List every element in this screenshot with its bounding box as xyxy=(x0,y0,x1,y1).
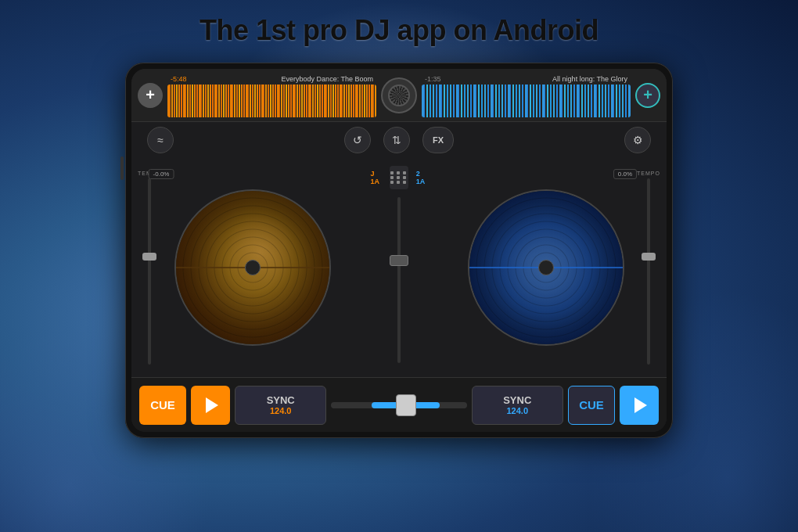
controls-row: ≈ ↺ ⇅ FX ⚙ xyxy=(131,122,667,158)
deck-left-label: J 1A xyxy=(370,170,382,185)
sync-left-bpm: 124.0 xyxy=(270,406,292,415)
gear-icon: ⚙ xyxy=(633,134,643,146)
waveform-bars-blue xyxy=(422,84,631,117)
tt-center-left xyxy=(245,260,261,275)
cue-right-label: CUE xyxy=(579,398,604,412)
bottom-bar: CUE SYNC 124.0 xyxy=(131,377,667,432)
sync-left-label: SYNC xyxy=(267,394,295,406)
play-left-icon xyxy=(206,397,218,413)
loop-ctrl-button[interactable]: ↺ xyxy=(344,127,371,153)
pitch-thumb-left xyxy=(142,253,156,261)
deck-right-label: 2 1A xyxy=(416,170,428,185)
mixing-area: TEMPO -0.0% xyxy=(131,158,667,377)
wave-ctrl-button[interactable]: ≈ xyxy=(147,127,174,153)
top-bar: + -5:48 Everybody Dance: The Boom xyxy=(131,69,667,122)
tablet-side-button xyxy=(120,156,124,180)
wave-icon: ≈ xyxy=(157,134,164,146)
eq-icon: ⇅ xyxy=(392,134,401,146)
gear-ctrl-button[interactable]: ⚙ xyxy=(624,127,651,153)
turntable-left-side: TEMPO -0.0% xyxy=(138,163,367,372)
dj-app: + -5:48 Everybody Dance: The Boom xyxy=(131,69,667,432)
center-fader: J 1A xyxy=(372,163,426,372)
waveform-left: -5:48 Everybody Dance: The Boom xyxy=(167,74,376,117)
cue-left-label: CUE xyxy=(150,398,175,412)
turntable-left[interactable] xyxy=(174,189,331,346)
sync-right-bpm: 124.0 xyxy=(507,406,529,415)
crossfader[interactable] xyxy=(331,386,466,425)
waveform-bars-orange xyxy=(167,84,376,117)
channel-fader[interactable] xyxy=(397,197,401,363)
cue-left-button[interactable]: CUE xyxy=(139,386,186,425)
tempo-right-label: TEMPO xyxy=(637,171,660,176)
fx-label: FX xyxy=(433,135,444,145)
cue-right-button[interactable]: CUE xyxy=(568,386,615,425)
pitch-slider-left[interactable]: TEMPO xyxy=(141,171,158,365)
fader-thumb xyxy=(390,255,408,266)
pitch-track-right xyxy=(647,178,650,365)
track-left-time: -5:48 xyxy=(171,75,187,83)
play-right-icon xyxy=(634,397,647,413)
waveform-right-display xyxy=(422,84,631,117)
center-disk xyxy=(381,77,417,113)
add-right-button[interactable]: + xyxy=(635,83,660,108)
pitch-badge-left: -0.0% xyxy=(149,169,174,179)
pitch-track-left xyxy=(148,178,151,365)
crossfader-thumb xyxy=(396,394,416,416)
pitch-thumb-right xyxy=(642,253,656,261)
crossfader-track xyxy=(331,402,466,408)
disk-visual xyxy=(388,84,410,106)
play-right-button[interactable] xyxy=(620,386,659,425)
sync-right-label: SYNC xyxy=(503,394,531,406)
fx-ctrl-button[interactable]: FX xyxy=(422,127,454,153)
tt-center-right xyxy=(538,260,554,275)
sync-right-button[interactable]: SYNC 124.0 xyxy=(472,386,563,425)
waveform-right: -1:35 All night long: The Glory xyxy=(422,74,631,117)
add-left-button[interactable]: + xyxy=(138,83,163,108)
grid-dots xyxy=(390,171,408,184)
waveform-left-info: -5:48 Everybody Dance: The Boom xyxy=(167,74,376,84)
tablet-wrapper: + -5:48 Everybody Dance: The Boom xyxy=(125,63,673,438)
eq-ctrl-button[interactable]: ⇅ xyxy=(383,127,410,153)
waveform-right-info: -1:35 All night long: The Glory xyxy=(422,74,631,84)
page-headline: The 1st pro DJ app on Android xyxy=(0,14,798,47)
loop-icon: ↺ xyxy=(353,134,362,146)
sync-left-button[interactable]: SYNC 124.0 xyxy=(235,386,326,425)
pitch-badge-right: 0.0% xyxy=(613,169,637,179)
turntable-right[interactable] xyxy=(468,189,624,346)
waveform-left-display xyxy=(167,84,376,117)
tablet-device: + -5:48 Everybody Dance: The Boom xyxy=(125,63,673,438)
pitch-slider-right[interactable]: TEMPO xyxy=(640,171,657,365)
tablet-screen: + -5:48 Everybody Dance: The Boom xyxy=(131,69,667,432)
play-left-button[interactable] xyxy=(191,386,230,425)
grid-icon-button[interactable] xyxy=(390,166,408,189)
track-left-name: Everybody Dance: The Boom xyxy=(282,75,373,83)
track-right-time: -1:35 xyxy=(425,75,441,83)
turntable-right-side: 0.0% TEMPO xyxy=(431,163,660,372)
track-right-name: All night long: The Glory xyxy=(552,75,627,83)
